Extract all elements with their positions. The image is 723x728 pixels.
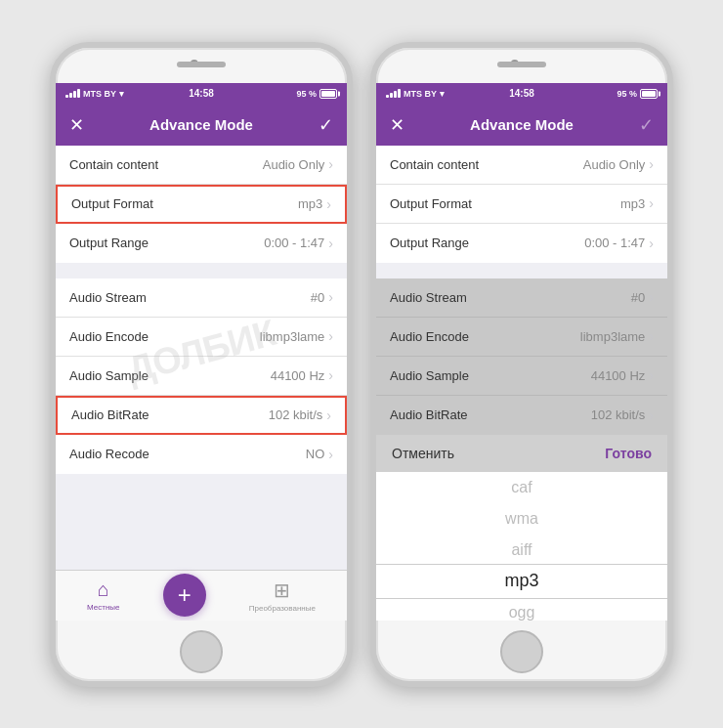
signal-bars [65, 89, 80, 98]
picker-cancel-button[interactable]: Отменить [392, 446, 454, 461]
picker-toolbar: Отменить Готово [376, 435, 667, 472]
right-value-encode: libmp3lame › [580, 328, 654, 344]
right-val-contain: Audio Only [583, 157, 646, 172]
converted-icon: ⊞ [274, 578, 290, 602]
right-check-button[interactable]: ✓ [639, 114, 654, 136]
right-label-sample: Audio Sample [390, 368, 469, 383]
left-close-button[interactable]: ✕ [69, 114, 84, 136]
left-val-contain: Audio Only [263, 157, 325, 172]
right-battery-fill [642, 91, 656, 97]
left-val-range: 0:00 - 1:47 [264, 236, 324, 250]
right-row-bitrate[interactable]: Audio BitRate 102 kbit/s › [376, 396, 667, 435]
right-val-range: 0:00 - 1:47 [584, 236, 645, 250]
left-row-audio-stream[interactable]: Audio Stream #0 › [56, 278, 347, 318]
right-section2: Audio Stream #0 › Audio Encode libmp3lam… [376, 278, 667, 435]
right-screen-content: Contain content Audio Only › Output Form… [376, 146, 667, 621]
left-status-right: 95 % [296, 89, 337, 99]
speaker [177, 62, 226, 67]
right-signal-bars [386, 89, 401, 98]
right-home-button[interactable] [500, 630, 543, 673]
left-row-output-format[interactable]: Output Format mp3 › [56, 185, 347, 224]
left-fab-button[interactable]: + [163, 574, 206, 617]
right-top-section: Contain content Audio Only › Output Form… [376, 146, 667, 435]
right-label-format: Output Format [390, 196, 472, 211]
right-value-contain: Audio Only › [583, 156, 654, 172]
left-label-contain: Contain content [69, 157, 158, 172]
picker-item-1[interactable]: wma [376, 503, 667, 535]
left-row-audio-bitrate[interactable]: Audio BitRate 102 kbit/s › [56, 396, 347, 435]
left-value-bitrate: 102 kbit/s › [269, 407, 331, 423]
left-label-bitrate: Audio BitRate [71, 407, 149, 422]
picker-item-4[interactable]: ogg [376, 597, 667, 621]
left-row-audio-sample[interactable]: Audio Sample 44100 Hz › [56, 357, 347, 396]
left-value-recode: NO › [306, 447, 333, 462]
rbar1 [386, 95, 389, 98]
left-value-encode: libmp3lame › [260, 328, 333, 344]
picker-item-0[interactable]: caf [376, 472, 667, 503]
picker-item-label-1: wma [505, 510, 538, 528]
right-row-stream[interactable]: Audio Stream #0 › [376, 278, 667, 318]
right-row-format[interactable]: Output Format mp3 › [376, 185, 667, 224]
home-icon: ⌂ [98, 578, 109, 601]
rbar2 [390, 93, 393, 98]
left-status-bar: MTS BY ▾ 14:58 95 % [56, 83, 347, 105]
right-chevron-format: › [649, 195, 654, 211]
right-row-contain[interactable]: Contain content Audio Only › [376, 146, 667, 185]
right-status-bar: MTS BY ▾ 14:58 95 % [376, 83, 667, 105]
picker-item-label-4: ogg [509, 604, 535, 621]
wifi-icon: ▾ [119, 89, 124, 99]
right-chevron-contain: › [649, 156, 654, 172]
right-chevron-stream: › [649, 289, 654, 305]
right-val-sample: 44100 Hz [591, 368, 646, 383]
right-status-left: MTS BY ▾ [386, 89, 445, 99]
right-chevron-encode: › [649, 328, 654, 344]
right-gap1 [376, 263, 667, 278]
left-label-recode: Audio Recode [69, 447, 149, 461]
chevron-encode: › [328, 328, 333, 344]
right-section1: Contain content Audio Only › Output Form… [376, 146, 667, 263]
left-tab-bar: ⌂ Местные + ⊞ Преобразованные [56, 570, 347, 621]
left-row-audio-recode[interactable]: Audio Recode NO › [56, 435, 347, 474]
picker-item-2[interactable]: aiff [376, 535, 667, 566]
right-row-encode[interactable]: Audio Encode libmp3lame › [376, 318, 667, 357]
left-section1: Contain content Audio Only › Output Form… [56, 146, 347, 263]
right-close-button[interactable]: ✕ [390, 114, 404, 136]
left-spacer: ДОЛБИК [56, 474, 347, 570]
picker-item-label-2: aiff [511, 541, 532, 559]
right-header-title: Advance Mode [470, 116, 574, 133]
left-check-button[interactable]: ✓ [319, 114, 333, 136]
right-picker: Отменить Готово caf wma aiff [376, 435, 667, 621]
left-row-audio-encode[interactable]: Audio Encode libmp3lame › [56, 318, 347, 357]
left-home-button[interactable] [180, 630, 223, 673]
right-battery-pct: 95 % [617, 89, 637, 99]
left-val-bitrate: 102 kbit/s [269, 407, 323, 422]
picker-done-button[interactable]: Готово [605, 446, 652, 461]
plus-icon: + [178, 581, 191, 609]
battery-fill [321, 91, 335, 97]
picker-item-3[interactable]: mp3 [376, 566, 667, 597]
left-status-left: MTS BY ▾ [65, 89, 124, 99]
rbar3 [394, 91, 397, 98]
right-carrier-label: MTS BY [404, 89, 437, 99]
left-label-format: Output Format [71, 196, 153, 211]
left-tab-local[interactable]: ⌂ Местные [87, 578, 119, 612]
right-row-sample[interactable]: Audio Sample 44100 Hz › [376, 357, 667, 396]
left-screen-content: Contain content Audio Only › Output Form… [56, 146, 347, 621]
left-row-contain-content[interactable]: Contain content Audio Only › [56, 146, 347, 185]
right-row-range[interactable]: Output Range 0:00 - 1:47 › [376, 224, 667, 263]
left-row-output-range[interactable]: Output Range 0:00 - 1:47 › [56, 224, 347, 263]
left-tab-converted[interactable]: ⊞ Преобразованные [249, 578, 316, 613]
picker-item-label-0: caf [511, 479, 532, 496]
right-app-header: ✕ Advance Mode ✓ [376, 105, 667, 146]
left-value-contain: Audio Only › [263, 156, 333, 172]
right-value-format: mp3 › [620, 195, 654, 211]
left-tab-local-label: Местные [87, 603, 119, 612]
left-val-sample: 44100 Hz [271, 368, 325, 383]
left-screen: MTS BY ▾ 14:58 95 % ✕ Advance Mode ✓ [56, 83, 347, 621]
right-value-range: 0:00 - 1:47 › [584, 236, 654, 251]
left-tab-converted-label: Преобразованные [249, 604, 316, 613]
left-phone: MTS BY ▾ 14:58 95 % ✕ Advance Mode ✓ [50, 42, 353, 687]
battery-icon [319, 89, 337, 99]
picker-wheel[interactable]: caf wma aiff mp3 ogg [376, 472, 667, 621]
right-wifi-icon: ▾ [440, 89, 445, 99]
